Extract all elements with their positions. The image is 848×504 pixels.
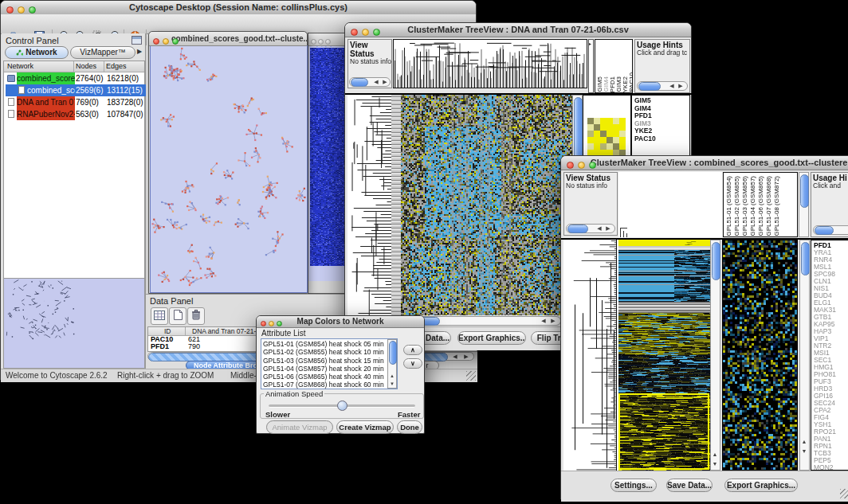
tv2-matrix-panel[interactable] bbox=[722, 240, 798, 471]
scroll-right-icon[interactable]: ▶ bbox=[549, 317, 557, 325]
close-icon[interactable] bbox=[6, 6, 14, 14]
attribute-listbox[interactable]: GPL51-01 (GSM854) heat shock 05 minGPL51… bbox=[261, 338, 398, 389]
attribute-list-item[interactable]: GPL51-07 (GSM868) heat shock 60 min bbox=[263, 381, 397, 389]
network-row-combined-sco-selected[interactable]: combined_sco 2569(6) 13112(15) bbox=[6, 84, 146, 96]
zoom-window-icon[interactable] bbox=[373, 29, 380, 36]
close-icon[interactable] bbox=[351, 29, 358, 36]
close-icon[interactable] bbox=[311, 39, 316, 45]
table-view-icon[interactable] bbox=[151, 307, 168, 325]
tv1-column-dendrogram[interactable] bbox=[393, 39, 587, 88]
scroll-down-icon[interactable]: ▼ bbox=[800, 447, 808, 455]
scroll-up-icon[interactable]: ▲ bbox=[711, 451, 719, 459]
float-panel-icon[interactable] bbox=[132, 36, 142, 45]
attribute-list-scrollbar[interactable]: ▲ ▼ bbox=[387, 339, 397, 389]
attribute-list-item[interactable]: GPL51-06 (GSM865) heat shock 40 min bbox=[263, 373, 397, 381]
attribute-list-item[interactable]: GPL51-01 (GSM854) heat shock 05 min bbox=[263, 340, 397, 348]
speed-slider-thumb[interactable] bbox=[337, 400, 347, 411]
scrollbar-thumb[interactable] bbox=[800, 174, 809, 208]
tv2-heatmap-vscrollbar[interactable]: ▲ ▼ bbox=[710, 240, 720, 471]
treeview2-titlebar[interactable]: ClusterMaker TreeView : combined_scores_… bbox=[561, 156, 848, 170]
minimize-icon[interactable] bbox=[269, 321, 274, 326]
export-graphics-button[interactable]: Export Graphics... bbox=[457, 331, 526, 345]
tv1-row-dendrogram[interactable] bbox=[347, 95, 391, 315]
scroll-right-icon[interactable]: ▶ bbox=[604, 225, 612, 232]
resize-grip[interactable] bbox=[466, 371, 476, 381]
network-row-dna-tran[interactable]: DNA and Tran 07 769(0) 183728(0) bbox=[6, 96, 146, 108]
tv2-genelist-scrollbar[interactable]: ▲ ▼ bbox=[799, 240, 810, 471]
minimize-icon[interactable] bbox=[318, 39, 324, 45]
network-canvas-dense[interactable] bbox=[308, 33, 348, 281]
attribute-list-item[interactable]: GPL51-03 (GSM856) heat shock 15 min bbox=[263, 357, 397, 365]
usage-hints-scrollbar[interactable]: ◀ ▶ bbox=[637, 81, 688, 91]
zoom-window-icon[interactable] bbox=[29, 6, 36, 14]
scrollbar-thumb[interactable] bbox=[815, 226, 834, 235]
scroll-up-icon[interactable]: ▲ bbox=[388, 372, 396, 380]
move-down-button[interactable]: ∨ bbox=[403, 358, 422, 369]
tv2-column-dendrogram[interactable] bbox=[618, 172, 722, 237]
tv1-heatmap[interactable] bbox=[401, 95, 572, 315]
treeview1-titlebar[interactable]: ClusterMaker TreeView : DNA and Tran 07-… bbox=[345, 23, 691, 37]
main-titlebar[interactable]: Cytoscape Desktop (Session Name: collins… bbox=[1, 1, 476, 15]
scroll-down-icon[interactable]: ▼ bbox=[388, 380, 396, 388]
done-button[interactable]: Done bbox=[397, 420, 422, 434]
window-controls[interactable] bbox=[153, 35, 183, 43]
col-nodes[interactable]: Nodes bbox=[76, 62, 96, 70]
col-network[interactable]: Network bbox=[7, 62, 33, 70]
zoom-window-icon[interactable] bbox=[325, 39, 331, 45]
network-row-rnapuber[interactable]: RNAPuberNov2+ 563(0) 107847(0) bbox=[6, 108, 146, 120]
window-controls[interactable] bbox=[351, 26, 384, 34]
scroll-right-icon[interactable]: ▶ bbox=[677, 82, 685, 90]
network-canvas[interactable] bbox=[150, 45, 308, 293]
zoom-window-icon[interactable] bbox=[172, 38, 179, 45]
attribute-list-item[interactable]: GPL51-02 (GSM855) heat shock 10 min bbox=[263, 348, 397, 356]
scrollbar-thumb[interactable] bbox=[389, 341, 397, 365]
scrollbar-thumb[interactable] bbox=[801, 242, 810, 275]
network-window-1[interactable]: combined_scores_good.txt--cluste... bbox=[148, 31, 308, 294]
export-graphics-button[interactable]: Export Graphics... bbox=[724, 479, 798, 492]
tv2-heatmap[interactable] bbox=[618, 240, 710, 471]
tv2-row-dendrogram[interactable] bbox=[563, 240, 618, 471]
overview-canvas[interactable] bbox=[4, 279, 143, 366]
dialog-titlebar[interactable]: Map Colors to Network bbox=[257, 316, 424, 328]
tiny-arrow-icon[interactable]: ▸ bbox=[589, 41, 591, 46]
resize-grip[interactable] bbox=[840, 489, 848, 498]
close-icon[interactable] bbox=[153, 38, 159, 45]
window-controls[interactable] bbox=[6, 4, 40, 12]
create-vizmap-button[interactable]: Create Vizmap bbox=[336, 420, 394, 434]
minimize-icon[interactable] bbox=[163, 38, 169, 45]
move-up-button[interactable]: ∧ bbox=[403, 345, 422, 355]
id-column-header[interactable]: ID bbox=[164, 327, 171, 335]
scrollbar-thumb[interactable] bbox=[351, 78, 368, 87]
scroll-left-icon[interactable]: ◀ bbox=[668, 82, 676, 90]
tab-network[interactable]: Network bbox=[5, 46, 69, 59]
network-row-combined-scores[interactable]: combined_scores 2764(0) 16218(0) bbox=[6, 72, 146, 84]
zoom-window-icon[interactable] bbox=[589, 162, 596, 169]
scrollbar-thumb[interactable] bbox=[712, 242, 720, 280]
scroll-left-icon[interactable]: ◀ bbox=[372, 78, 380, 86]
scroll-left-icon[interactable]: ◀ bbox=[595, 225, 603, 232]
window-controls[interactable] bbox=[261, 318, 286, 326]
tab-vizmapper[interactable]: VizMapper™ bbox=[70, 46, 135, 59]
animate-vizmap-button[interactable]: Animate Vizmap bbox=[266, 420, 333, 434]
tab-overflow-arrow[interactable]: ▶ bbox=[137, 48, 142, 55]
tv2-collabel-scrollbar[interactable] bbox=[799, 172, 809, 237]
scroll-up-icon[interactable]: ▲ bbox=[800, 438, 808, 446]
minimize-icon[interactable] bbox=[18, 6, 25, 14]
close-icon[interactable] bbox=[567, 162, 574, 169]
attr-column-header[interactable]: DNA and Tran 07-21-06 bbox=[192, 327, 264, 335]
close-icon[interactable] bbox=[261, 321, 266, 326]
scroll-right-icon[interactable]: ▶ bbox=[381, 78, 389, 86]
tv1-scroll-strip[interactable]: ▸ bbox=[588, 39, 594, 93]
network-overview-panel[interactable] bbox=[3, 278, 145, 369]
view-status-scrollbar[interactable]: ◀ ▶ bbox=[349, 77, 391, 87]
zoom-window-icon[interactable] bbox=[277, 321, 282, 326]
network-window-2[interactable] bbox=[308, 33, 349, 294]
delete-attribute-trash-icon[interactable] bbox=[187, 307, 205, 325]
scroll-left-icon[interactable]: ◀ bbox=[540, 317, 548, 325]
window-controls[interactable] bbox=[567, 159, 600, 167]
save-data-button[interactable]: Save Data... bbox=[666, 479, 713, 492]
minimize-icon[interactable] bbox=[578, 162, 585, 169]
col-edges[interactable]: Edges bbox=[106, 62, 127, 70]
scroll-left-icon[interactable]: ◀ bbox=[451, 353, 459, 361]
scrollbar-thumb[interactable] bbox=[638, 82, 661, 91]
